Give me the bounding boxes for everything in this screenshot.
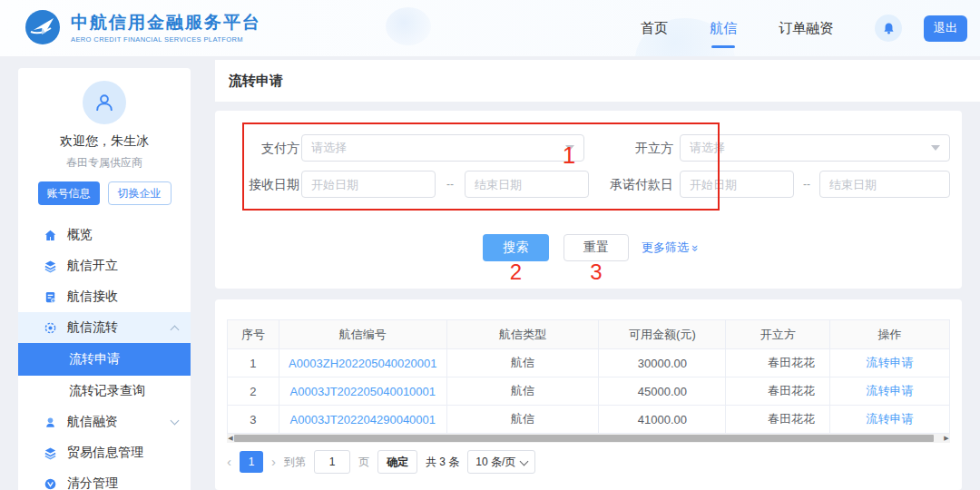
cell-type: 航信 [447,349,600,377]
next-page-icon[interactable]: › [271,451,276,473]
promise-start-date-input[interactable] [680,171,794,198]
sidebar-item-label: 航信开立 [67,258,118,274]
user-icon [93,91,116,114]
col-header-type: 航信类型 [447,320,600,349]
notification-button[interactable] [875,15,902,42]
sidebar-item-label: 概览 [67,227,93,243]
header-decoration [386,7,431,45]
logout-button[interactable]: 退出 [924,15,967,42]
sidebar-item-hangxin-receive[interactable]: 航信接收 [18,281,191,312]
goto-label: 到第 [284,455,306,470]
document-icon [44,290,57,304]
reset-button[interactable]: 重置 [564,234,629,261]
nav-item-hangxin-label: 航信 [710,20,737,35]
app-screen: 中航信用金融服务平台 AERO CREDIT FINANCIAL SERVICE… [0,0,980,490]
brand-subtitle: AERO CREDIT FINANCIAL SERVICES PLATFORM [71,35,261,44]
table-row: 3 A0003JT202204290040001 航信 41000.00 春田花… [228,406,950,434]
annotation-step-3: 3 [564,260,629,285]
current-page-button[interactable]: 1 [240,451,263,473]
cell-code-link[interactable]: A0003JT202205040010001 [279,377,447,406]
sidebar-item-hangxin-open[interactable]: 航信开立 [18,250,191,281]
cell-code-link[interactable]: A0003ZH202205040020001 [279,349,447,377]
filter-card: 1 支付方 请选择 开立方 请选择 接收日期 -- 承诺付款日 -- 搜索 [215,111,962,289]
cell-action-link[interactable]: 流转申请 [830,349,950,377]
sidebar-item-transfer-records[interactable]: 流转记录查询 [18,376,191,407]
caret-down-icon [565,145,574,151]
nav-item-home[interactable]: 首页 [641,20,668,37]
sidebar-item-label: 航信融资 [67,414,118,430]
col-header-index: 序号 [228,320,279,349]
cell-index: 1 [228,349,279,377]
annotation-step-2: 2 [483,260,549,285]
sidebar-item-trade-info[interactable]: 贸易信息管理 [18,437,191,468]
double-chevron-down-icon: » [689,244,702,250]
promise-end-date-input[interactable] [819,171,950,198]
sidebar-item-label: 流转申请 [69,351,120,368]
payer-select-placeholder: 请选择 [311,140,347,156]
sidebar-item-clearing[interactable]: 清分管理 [18,468,191,490]
page-size-select[interactable]: 10 条/页 [467,450,535,474]
page-unit-label: 页 [358,455,369,470]
sidebar-item-label: 清分管理 [67,475,118,490]
goto-page-input[interactable] [314,450,350,474]
more-filters-link[interactable]: 更多筛选 » [642,240,699,256]
receive-end-date-input[interactable] [465,171,589,198]
scrollbar-thumb[interactable] [234,435,934,442]
top-header: 中航信用金融服务平台 AERO CREDIT FINANCIAL SERVICE… [0,0,980,56]
table-row: 2 A0003JT202205040010001 航信 45000.00 春田花… [228,377,950,406]
sidebar: 欢迎您，朱生冰 春田专属供应商 账号信息 切换企业 概览 航信开立 [18,68,191,490]
promise-date-label: 承诺付款日 [592,171,673,198]
cell-type: 航信 [447,406,600,434]
col-header-amount: 可用金额(元) [599,320,726,349]
account-info-button[interactable]: 账号信息 [38,181,100,205]
page-title: 流转申请 [229,73,283,90]
sidebar-item-overview[interactable]: 概览 [18,220,191,250]
issuer-select[interactable]: 请选择 [680,134,950,162]
payer-select[interactable]: 请选择 [301,134,584,162]
cell-code-link[interactable]: A0003JT202204290040001 [279,406,447,434]
brand-text: 中航信用金融服务平台 AERO CREDIT FINANCIAL SERVICE… [71,12,261,44]
sidebar-item-label: 流转记录查询 [69,383,145,399]
horizontal-scrollbar[interactable]: ◀ ▶ [227,434,950,443]
brand-logo-icon [24,8,62,46]
cell-issuer: 春田花花 [726,377,830,406]
chevron-down-icon [171,416,180,426]
welcome-text: 欢迎您，朱生冰 [18,133,191,150]
cell-action-link[interactable]: 流转申请 [830,406,950,434]
target-icon [44,321,57,335]
sidebar-item-label: 航信接收 [67,289,118,305]
prev-page-icon[interactable]: ‹ [227,451,231,473]
cell-issuer: 春田花花 [726,406,830,434]
scroll-right-arrow-icon[interactable]: ▶ [943,434,950,443]
receive-start-date-input[interactable] [301,171,436,198]
avatar [83,81,126,124]
cell-amount: 45000.00 [599,377,726,406]
confirm-button[interactable]: 确定 [377,450,417,474]
table-header-row: 序号 航信编号 航信类型 可用金额(元) 开立方 操作 [228,320,950,349]
sidebar-item-hangxin-transfer[interactable]: 航信流转 [18,312,191,343]
cell-index: 3 [228,406,279,434]
sidebar-item-hangxin-financing[interactable]: 航信融资 [18,407,191,437]
nav-item-order-financing[interactable]: 订单融资 [779,20,833,37]
pagination: ‹ 1 › 到第 页 确定 共 3 条 10 条/页 [227,450,535,474]
search-button[interactable]: 搜索 [483,234,549,261]
sidebar-item-label: 贸易信息管理 [67,445,143,461]
col-header-issuer: 开立方 [726,320,830,349]
cell-action-link[interactable]: 流转申请 [830,377,950,406]
cell-issuer: 春田花花 [726,349,830,377]
scroll-left-arrow-icon[interactable]: ◀ [227,434,234,443]
nav-item-hangxin[interactable]: 航信 [710,20,737,37]
page-size-value: 10 条/页 [475,455,515,470]
col-header-code: 航信编号 [279,320,447,349]
clearing-icon [44,477,57,490]
cell-type: 航信 [447,377,600,406]
caret-down-icon [931,145,940,151]
layers-icon [44,446,57,460]
sidebar-item-label: 航信流转 [67,319,118,336]
user-buttons: 账号信息 切换企业 [18,181,191,205]
sidebar-item-transfer-apply[interactable]: 流转申请 [18,343,191,376]
date-range-separator: -- [439,171,461,198]
page-title-bar: 流转申请 [215,60,980,102]
switch-enterprise-button[interactable]: 切换企业 [108,181,172,205]
issuer-label: 开立方 [614,134,673,162]
